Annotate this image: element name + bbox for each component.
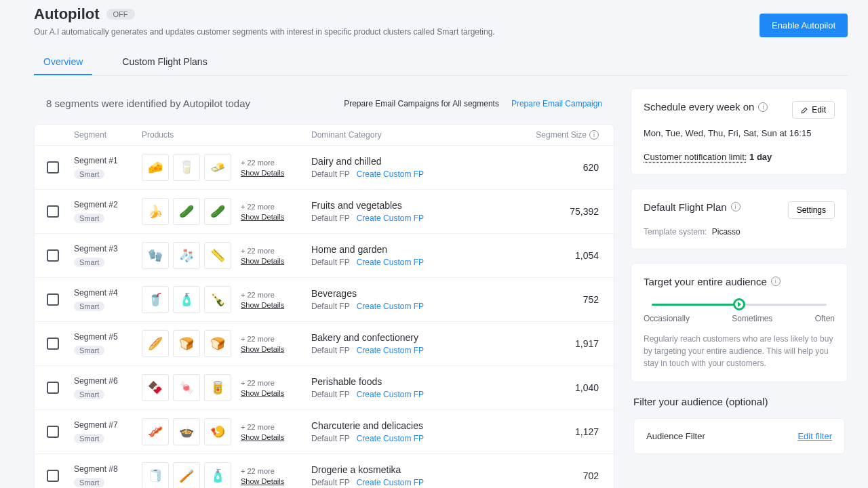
- table-row: Segment #4 Smart 🥤🧴🍾 + 22 more Show Deta…: [35, 278, 614, 322]
- row-checkbox[interactable]: [47, 338, 59, 350]
- product-thumbnail[interactable]: 🥫: [204, 374, 231, 401]
- product-thumbnail[interactable]: 🥖: [142, 330, 169, 357]
- product-thumbnail[interactable]: 📏: [204, 242, 231, 269]
- more-products-count: + 22 more: [241, 159, 284, 167]
- row-checkbox[interactable]: [47, 293, 59, 306]
- row-checkbox[interactable]: [47, 161, 59, 174]
- segment-size: 1,917: [534, 338, 599, 349]
- product-thumbnail[interactable]: 🍲: [173, 418, 200, 445]
- default-fp-label: Default FP: [311, 346, 350, 355]
- product-thumbnail[interactable]: 🧈: [204, 154, 231, 181]
- dominant-category: Charcuterie and delicacies: [311, 420, 534, 431]
- show-details-link[interactable]: Show Details: [241, 389, 284, 397]
- product-thumbnail[interactable]: 🧀: [142, 154, 169, 181]
- product-thumbnail[interactable]: 🍞: [173, 330, 200, 357]
- show-details-link[interactable]: Show Details: [241, 301, 284, 309]
- segment-size: 702: [534, 470, 599, 481]
- show-details-link[interactable]: Show Details: [241, 213, 284, 221]
- show-details-link[interactable]: Show Details: [241, 257, 284, 265]
- show-details-link[interactable]: Show Details: [241, 477, 284, 485]
- product-thumbnail[interactable]: 🪥: [173, 462, 200, 488]
- column-segment: Segment: [74, 130, 142, 140]
- create-custom-fp-link[interactable]: Create Custom FP: [357, 302, 424, 311]
- dominant-category: Beverages: [311, 288, 534, 299]
- dominant-category: Fruits and vegetables: [311, 200, 534, 211]
- product-thumbnail[interactable]: 🧤: [142, 242, 169, 269]
- product-thumbnail[interactable]: 🥓: [142, 418, 169, 445]
- info-icon[interactable]: i: [731, 202, 741, 211]
- create-custom-fp-link[interactable]: Create Custom FP: [357, 214, 424, 223]
- product-thumbnail[interactable]: 🍫: [142, 374, 169, 401]
- create-custom-fp-link[interactable]: Create Custom FP: [357, 390, 424, 399]
- smart-badge: Smart: [74, 434, 104, 443]
- product-thumbnail[interactable]: 🥛: [173, 154, 200, 181]
- row-checkbox[interactable]: [47, 249, 59, 262]
- show-details-link[interactable]: Show Details: [241, 433, 284, 441]
- slider-thumb[interactable]: [733, 298, 745, 310]
- more-products-count: + 22 more: [241, 379, 284, 387]
- segment-name: Segment #3: [74, 244, 142, 253]
- enable-autopilot-button[interactable]: Enable Autopilot: [760, 14, 848, 37]
- default-fp-settings-button[interactable]: Settings: [788, 201, 835, 219]
- page-title: Autopilot: [34, 5, 100, 23]
- default-fp-label: Default FP: [311, 258, 350, 267]
- row-checkbox[interactable]: [47, 470, 59, 482]
- segment-size: 1,054: [534, 250, 599, 261]
- product-thumbnail[interactable]: 🍬: [173, 374, 200, 401]
- create-custom-fp-link[interactable]: Create Custom FP: [357, 258, 424, 267]
- info-icon[interactable]: i: [589, 130, 599, 140]
- row-checkbox[interactable]: [47, 426, 59, 438]
- frequency-slider[interactable]: [652, 304, 827, 306]
- edit-filter-link[interactable]: Edit filter: [797, 431, 832, 441]
- product-thumbnail[interactable]: 🥤: [142, 286, 169, 313]
- tab-custom-flight-plans[interactable]: Custom Flight Plans: [113, 49, 216, 75]
- dominant-category: Perishable foods: [311, 376, 534, 387]
- table-row: Segment #5 Smart 🥖🍞🍞 + 22 more Show Deta…: [35, 322, 614, 366]
- product-thumbnail[interactable]: 🥒: [173, 198, 200, 225]
- notification-limit-label: Customer notification limit:: [644, 152, 747, 162]
- schedule-card: Schedule every week oni Edit Mon, Tue, W…: [631, 88, 848, 175]
- dominant-category: Home and garden: [311, 244, 534, 255]
- dominant-category: Drogerie a kosmetika: [311, 464, 534, 475]
- default-fp-label: Default FP: [311, 214, 350, 223]
- create-custom-fp-link[interactable]: Create Custom FP: [357, 346, 424, 355]
- product-thumbnail[interactable]: 🧴: [204, 462, 231, 488]
- table-row: Segment #6 Smart 🍫🍬🥫 + 22 more Show Deta…: [35, 366, 614, 410]
- product-thumbnail[interactable]: 🧦: [173, 242, 200, 269]
- default-fp-label: Default FP: [311, 478, 350, 487]
- row-checkbox[interactable]: [47, 382, 59, 394]
- info-icon[interactable]: i: [771, 277, 781, 286]
- dominant-category: Bakery and confectionery: [311, 332, 534, 343]
- default-fp-label: Default FP: [311, 390, 350, 399]
- product-thumbnail[interactable]: 🍤: [204, 418, 231, 445]
- product-thumbnail[interactable]: 🍌: [142, 198, 169, 225]
- default-fp-label: Default FP: [311, 434, 350, 443]
- show-details-link[interactable]: Show Details: [241, 345, 284, 353]
- create-custom-fp-link[interactable]: Create Custom FP: [357, 169, 424, 179]
- segment-name: Segment #2: [74, 200, 142, 209]
- create-custom-fp-link[interactable]: Create Custom FP: [357, 478, 424, 487]
- edit-schedule-button[interactable]: Edit: [792, 101, 835, 119]
- product-thumbnail[interactable]: 🍾: [204, 286, 231, 313]
- smart-badge: Smart: [74, 390, 104, 399]
- segments-summary: 8 segments were identified by Autopilot …: [46, 98, 250, 109]
- prepare-email-campaign-link[interactable]: Prepare Email Campaign: [511, 99, 602, 108]
- show-details-link[interactable]: Show Details: [241, 169, 284, 177]
- row-checkbox[interactable]: [47, 205, 59, 218]
- product-thumbnail[interactable]: 🍞: [204, 330, 231, 357]
- product-thumbnail[interactable]: 🧻: [142, 462, 169, 488]
- more-products-count: + 22 more: [241, 247, 284, 255]
- prepare-all-label: Prepare Email Campaigns for All segments: [344, 99, 499, 108]
- dominant-category: Dairy and chilled: [311, 156, 534, 167]
- info-icon[interactable]: i: [758, 102, 768, 112]
- smart-badge: Smart: [74, 214, 104, 223]
- create-custom-fp-link[interactable]: Create Custom FP: [357, 434, 424, 443]
- default-flight-plan-card: Default Flight Plani Settings Template s…: [631, 188, 848, 249]
- product-thumbnail[interactable]: 🥒: [204, 198, 231, 225]
- pencil-icon: [801, 106, 808, 114]
- segment-name: Segment #5: [74, 332, 142, 342]
- product-thumbnail[interactable]: 🧴: [173, 286, 200, 313]
- more-products-count: + 22 more: [241, 423, 284, 431]
- table-row: Segment #2 Smart 🍌🥒🥒 + 22 more Show Deta…: [35, 190, 614, 234]
- tab-overview[interactable]: Overview: [34, 49, 92, 75]
